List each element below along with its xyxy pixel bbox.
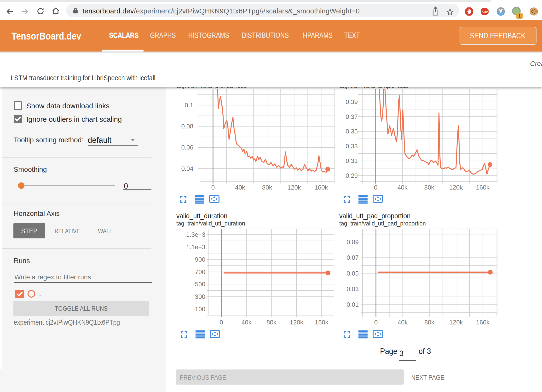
svg-text:0: 0: [220, 319, 223, 326]
svg-text:0.05: 0.05: [346, 270, 359, 277]
svg-text:1.3e+3: 1.3e+3: [186, 231, 205, 238]
svg-text:500: 500: [195, 281, 205, 288]
svg-text:0: 0: [374, 184, 377, 191]
svg-text:0.01: 0.01: [346, 301, 359, 308]
svg-text:0.31: 0.31: [346, 157, 358, 164]
svg-text:80k: 80k: [266, 319, 277, 326]
svg-text:80k: 80k: [424, 319, 435, 326]
svg-text:40k: 40k: [242, 319, 252, 326]
svg-text:300: 300: [195, 293, 205, 300]
svg-text:160k: 160k: [314, 184, 328, 191]
svg-text:120k: 120k: [290, 319, 303, 326]
svg-text:0.39: 0.39: [346, 98, 358, 105]
svg-text:ABP: ABP: [482, 10, 488, 14]
svg-text:0.33: 0.33: [346, 143, 358, 150]
svg-text:40k: 40k: [398, 184, 408, 191]
svg-text:160k: 160k: [476, 184, 490, 191]
svg-text:0.09: 0.09: [346, 238, 359, 246]
svg-text:0.1: 0.1: [185, 102, 193, 109]
svg-text:80k: 80k: [262, 184, 272, 191]
svg-text:120k: 120k: [288, 184, 301, 191]
svg-text:100: 100: [195, 306, 205, 313]
svg-text:120k: 120k: [449, 184, 463, 191]
svg-text:0.08: 0.08: [181, 123, 193, 130]
svg-text:80k: 80k: [424, 184, 434, 191]
svg-text:900: 900: [195, 256, 205, 263]
svg-text:0.06: 0.06: [181, 144, 193, 151]
svg-text:0: 0: [211, 184, 215, 191]
svg-text:40k: 40k: [398, 319, 408, 326]
svg-text:0.07: 0.07: [346, 254, 359, 261]
svg-text:0: 0: [374, 319, 378, 326]
svg-text:700: 700: [195, 268, 205, 276]
svg-text:0.35: 0.35: [346, 128, 358, 135]
svg-text:1.1e+3: 1.1e+3: [186, 243, 205, 251]
svg-text:120k: 120k: [449, 319, 463, 326]
svg-text:0.37: 0.37: [346, 113, 358, 120]
svg-text:40k: 40k: [235, 184, 245, 191]
svg-text:0.03: 0.03: [346, 285, 359, 293]
svg-text:0.04: 0.04: [181, 165, 193, 172]
svg-text:160k: 160k: [315, 319, 329, 326]
svg-text:0.29: 0.29: [346, 172, 358, 179]
svg-text:160k: 160k: [476, 319, 490, 326]
